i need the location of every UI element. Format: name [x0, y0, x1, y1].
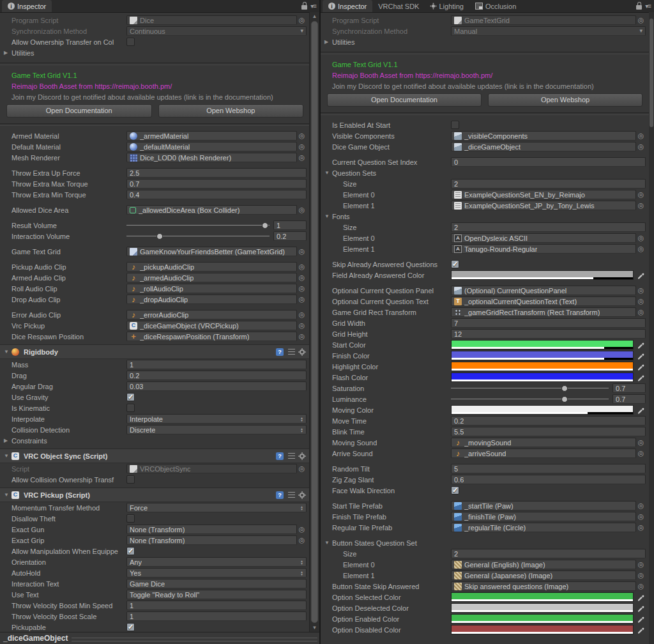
synchronization-method-dropdown[interactable]: Manual	[451, 26, 646, 36]
scroll-down-icon[interactable]	[310, 624, 319, 632]
button-state-skip-answered-object-field[interactable]: Skip answered questions (Image)	[451, 581, 636, 591]
gear-icon[interactable]	[300, 349, 305, 355]
eyedropper-icon[interactable]	[635, 341, 646, 349]
object-picker-icon[interactable]	[636, 244, 646, 254]
vrc-pickup-object-field[interactable]: _diceGameObject (VRCPickup)	[126, 321, 297, 330]
object-picker-icon[interactable]	[636, 523, 646, 532]
tab-occlusion[interactable]: Occlusion	[469, 0, 522, 12]
is-kinematic-checkbox[interactable]	[126, 404, 135, 412]
preset-icon[interactable]	[288, 453, 295, 459]
window-menu-icon[interactable]	[645, 3, 651, 10]
element-1-object-field[interactable]: Tanugo-Round-Regular	[451, 244, 636, 254]
help-icon[interactable]	[276, 348, 284, 356]
momentum-transfer-method-dropdown[interactable]: Force	[126, 503, 307, 512]
lock-icon[interactable]	[636, 5, 642, 10]
element-1-object-field[interactable]: ExampleQuestionSet_JP_by_Tony_Lewis	[451, 201, 636, 210]
element-0-object-field[interactable]: OpenDyslexic ASCII	[451, 233, 636, 243]
object-picker-icon[interactable]	[636, 571, 646, 580]
object-picker-icon[interactable]	[297, 332, 307, 341]
fonts-foldout-label[interactable]: Fonts	[332, 213, 646, 220]
object-picker-icon[interactable]	[297, 284, 307, 293]
finish-color-color-swatch[interactable]	[451, 351, 634, 360]
option-disabled-color-color-swatch[interactable]	[451, 625, 634, 634]
eyedropper-icon[interactable]	[635, 406, 646, 414]
allow-manipulation-when-equippe-checkbox[interactable]	[126, 547, 135, 555]
moving-color-color-swatch[interactable]	[451, 405, 634, 415]
object-picker-icon[interactable]	[297, 535, 307, 545]
object-picker-icon[interactable]	[636, 15, 646, 25]
tab-vrchat-sdk[interactable]: VRChat SDK	[372, 0, 425, 12]
open-documentation-button[interactable]: Open Documentation	[6, 104, 152, 118]
tab-lighting[interactable]: Lighting	[425, 0, 469, 12]
eyedropper-icon[interactable]	[635, 593, 646, 601]
object-picker-icon[interactable]	[297, 205, 307, 215]
right-scrollbar-thumb[interactable]	[650, 19, 653, 127]
size-input[interactable]: 2	[451, 222, 646, 232]
eyedropper-icon[interactable]	[635, 362, 646, 371]
size-input[interactable]: 2	[451, 549, 646, 558]
object-picker-icon[interactable]	[297, 273, 307, 282]
scroll-up-icon[interactable]	[310, 12, 319, 20]
dice-respawn-position-object-field[interactable]: _diceRespawnPosition (Transform)	[126, 332, 297, 341]
foldout-triangle-icon[interactable]	[324, 39, 332, 45]
object-picker-icon[interactable]	[636, 286, 646, 295]
object-picker-icon[interactable]	[636, 296, 646, 306]
highlight-color-color-swatch[interactable]	[451, 362, 634, 371]
pickup-audio-clip-object-field[interactable]: _pickupAudioClip	[126, 262, 297, 272]
throw-velocity-boost-scale-input[interactable]: 1	[126, 611, 307, 621]
open-webshop-button[interactable]: Open Webshop	[158, 104, 304, 118]
game-text-grid-object-field[interactable]: GameKnowYourFriendsBetter (GameTextGrid)	[126, 247, 297, 256]
start-tile-prefab-object-field[interactable]: _startTile (Paw)	[451, 501, 636, 510]
object-picker-icon[interactable]	[636, 501, 646, 510]
use-text-input[interactable]: Toggle "Ready to Roll"	[126, 590, 307, 599]
start-color-color-swatch[interactable]	[451, 340, 634, 349]
optional-current-question-panel-object-field[interactable]: (Optional) CurrentQuestionPanel	[451, 286, 636, 295]
object-picker-icon[interactable]	[297, 262, 307, 272]
face-walk-direction-checkbox[interactable]	[451, 486, 459, 494]
element-0-object-field[interactable]: ExampleQuestionSet_EN_by_Reimajo	[451, 190, 636, 199]
game-grid-rect-transform-object-field[interactable]: _gameGridRectTransform (Rect Transform)	[451, 307, 636, 317]
object-picker-icon[interactable]	[636, 448, 646, 458]
open-documentation-button[interactable]: Open Documentation	[327, 93, 482, 107]
object-picker-icon[interactable]	[297, 142, 307, 151]
armed-audio-clip-object-field[interactable]: _armedAudioClip	[126, 273, 297, 282]
interpolate-dropdown[interactable]: Interpolate	[126, 414, 307, 424]
option-enabled-color-color-swatch[interactable]	[451, 614, 634, 624]
autohold-dropdown[interactable]: Yes	[126, 568, 307, 578]
left-scrollbar[interactable]	[309, 12, 319, 632]
orientation-dropdown[interactable]: Any	[126, 557, 307, 567]
collision-detection-dropdown[interactable]: Discrete	[126, 425, 307, 434]
element-0-object-field[interactable]: General (English) (Image)	[451, 560, 636, 569]
eyedropper-icon[interactable]	[635, 604, 646, 612]
size-input[interactable]: 2	[451, 179, 646, 188]
program-script-object-field[interactable]: Dice	[126, 15, 297, 25]
gear-icon[interactable]	[300, 454, 305, 459]
eyedropper-icon[interactable]	[635, 373, 646, 381]
luminance-value-field[interactable]: 0.7	[612, 394, 646, 404]
slider-knob[interactable]	[156, 233, 163, 240]
zig-zag-slant-input[interactable]: 0.6	[451, 475, 646, 484]
field-already-answered-color-color-swatch[interactable]	[451, 270, 634, 280]
allow-ownership-transfer-on-col-checkbox[interactable]	[126, 38, 135, 46]
object-picker-icon[interactable]	[297, 15, 307, 25]
object-picker-icon[interactable]	[636, 560, 646, 569]
element-1-object-field[interactable]: General (Japanese) (Image)	[451, 571, 636, 580]
utilities-foldout-label[interactable]: Utilities	[332, 38, 646, 46]
blink-time-input[interactable]: 5.5	[451, 427, 646, 436]
move-time-input[interactable]: 0.2	[451, 416, 646, 425]
gear-icon[interactable]	[300, 493, 305, 498]
drop-audio-clip-object-field[interactable]: _dropAudioClip	[126, 295, 297, 304]
help-icon[interactable]	[276, 491, 284, 499]
synchronization-method-dropdown[interactable]: Continuous	[126, 26, 307, 36]
slider-knob[interactable]	[262, 222, 268, 229]
throw-extra-min-torque-input[interactable]: 0.4	[126, 190, 307, 199]
optional-current-question-text-object-field[interactable]: _optionalCurrentQuestionText (Text)	[451, 296, 636, 306]
interaction-text-input[interactable]: Game Dice	[126, 579, 307, 588]
is-enabled-at-start-checkbox[interactable]	[451, 121, 459, 129]
object-picker-icon[interactable]	[636, 307, 646, 317]
object-picker-icon[interactable]	[297, 247, 307, 256]
throw-extra-max-torque-input[interactable]: 0.7	[126, 179, 307, 188]
object-picker-icon[interactable]	[297, 525, 307, 534]
object-picker-icon[interactable]	[297, 310, 307, 319]
error-audio-clip-object-field[interactable]: _errorAudioClip	[126, 310, 297, 319]
